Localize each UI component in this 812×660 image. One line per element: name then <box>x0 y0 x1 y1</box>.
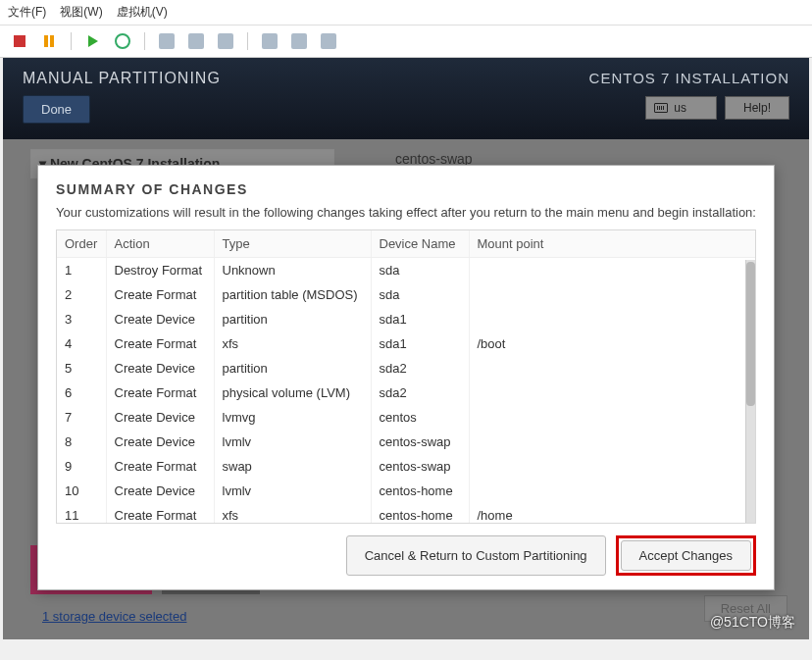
cell-mount <box>469 258 755 283</box>
cell-order: 11 <box>57 503 106 524</box>
table-scrollbar[interactable] <box>745 260 755 523</box>
product-title: CENTOS 7 INSTALLATION <box>589 70 789 86</box>
cell-device: centos <box>371 405 469 430</box>
snapshot-icon[interactable] <box>157 31 177 51</box>
changes-table: Order Action Type Device Name Mount poin… <box>57 230 755 524</box>
dialog-title: SUMMARY OF CHANGES <box>56 181 756 197</box>
keyboard-layout-label: us <box>674 101 686 115</box>
cell-mount: /boot <box>469 331 755 356</box>
cell-order: 5 <box>57 356 106 381</box>
cell-device: sda <box>371 258 469 283</box>
summary-of-changes-dialog: SUMMARY OF CHANGES Your customizations w… <box>37 165 775 590</box>
cell-type: lvmlv <box>214 479 371 503</box>
col-header-order[interactable]: Order <box>57 230 106 258</box>
cell-action: Create Device <box>106 356 214 381</box>
cell-type: xfs <box>214 503 371 524</box>
done-button[interactable]: Done <box>23 95 90 124</box>
refresh-icon[interactable] <box>113 31 132 51</box>
tool-icon[interactable] <box>289 31 309 51</box>
cell-action: Create Format <box>106 381 214 405</box>
cell-mount <box>469 479 755 503</box>
cell-order: 1 <box>57 258 106 283</box>
col-header-action[interactable]: Action <box>106 230 214 258</box>
cell-type: partition <box>214 307 371 331</box>
table-row[interactable]: 9Create Formatswapcentos-swap <box>57 454 755 479</box>
tool-icon[interactable] <box>186 31 206 51</box>
menu-file[interactable]: 文件(F) <box>8 4 46 21</box>
table-row[interactable]: 5Create Devicepartitionsda2 <box>57 356 755 381</box>
table-row[interactable]: 10Create Devicelvmlvcentos-home <box>57 479 755 503</box>
cell-device: sda1 <box>371 307 469 331</box>
help-button[interactable]: Help! <box>725 96 789 120</box>
cell-device: centos-swap <box>371 454 469 479</box>
separator <box>144 32 145 50</box>
cell-action: Destroy Format <box>106 258 214 283</box>
cell-device: sda1 <box>371 331 469 356</box>
menu-machine[interactable]: 虚拟机(V) <box>117 4 168 21</box>
table-row[interactable]: 1Destroy FormatUnknownsda <box>57 258 755 283</box>
table-row[interactable]: 7Create Devicelvmvgcentos <box>57 405 755 430</box>
play-icon[interactable] <box>83 31 103 51</box>
cell-order: 3 <box>57 307 106 331</box>
cell-order: 7 <box>57 405 106 430</box>
vm-toolbar <box>0 25 812 58</box>
tool-icon[interactable] <box>260 31 279 51</box>
stop-icon[interactable] <box>10 31 29 51</box>
cell-order: 2 <box>57 282 106 307</box>
cell-device: centos-home <box>371 479 469 503</box>
keyboard-icon <box>654 103 668 113</box>
tool-icon[interactable] <box>216 31 235 51</box>
cell-action: Create Device <box>106 430 214 454</box>
separator <box>247 32 248 50</box>
cell-order: 10 <box>57 479 106 503</box>
cell-type: partition <box>214 356 371 381</box>
installer-header: MANUAL PARTITIONING Done CENTOS 7 INSTAL… <box>3 58 809 139</box>
table-row[interactable]: 11Create Formatxfscentos-home/home <box>57 503 755 524</box>
cell-mount <box>469 282 755 307</box>
cell-mount <box>469 405 755 430</box>
pause-icon[interactable] <box>39 31 59 51</box>
cell-device: sda2 <box>371 356 469 381</box>
cell-type: lvmvg <box>214 405 371 430</box>
cell-type: lvmlv <box>214 430 371 454</box>
table-row[interactable]: 4Create Formatxfssda1/boot <box>57 331 755 356</box>
cell-order: 4 <box>57 331 106 356</box>
col-header-type[interactable]: Type <box>214 230 371 258</box>
tool-icon[interactable] <box>319 31 338 51</box>
col-header-device[interactable]: Device Name <box>371 230 469 258</box>
cell-type: physical volume (LVM) <box>214 381 371 405</box>
watermark: @51CTO博客 <box>710 614 795 632</box>
cell-type: Unknown <box>214 258 371 283</box>
cell-mount <box>469 454 755 479</box>
cell-device: sda2 <box>371 381 469 405</box>
changes-table-container: Order Action Type Device Name Mount poin… <box>56 229 756 524</box>
cell-type: xfs <box>214 331 371 356</box>
cell-action: Create Device <box>106 307 214 331</box>
keyboard-layout-selector[interactable]: us <box>645 96 717 120</box>
storage-devices-link[interactable]: 1 storage device selected <box>42 609 186 624</box>
cell-device: centos-home <box>371 503 469 524</box>
page-title: MANUAL PARTITIONING <box>23 70 221 87</box>
table-row[interactable]: 6Create Formatphysical volume (LVM)sda2 <box>57 381 755 405</box>
cell-action: Create Format <box>106 454 214 479</box>
cancel-button[interactable]: Cancel & Return to Custom Partitioning <box>346 535 606 576</box>
cell-mount <box>469 430 755 454</box>
cell-mount: /home <box>469 503 755 524</box>
table-row[interactable]: 2Create Formatpartition table (MSDOS)sda <box>57 282 755 307</box>
col-header-mount[interactable]: Mount point <box>469 230 755 258</box>
cell-order: 8 <box>57 430 106 454</box>
accept-highlight: Accept Changes <box>616 535 756 576</box>
cell-action: Create Format <box>106 331 214 356</box>
cell-mount <box>469 307 755 331</box>
cell-action: Create Device <box>106 479 214 503</box>
table-row[interactable]: 8Create Devicelvmlvcentos-swap <box>57 430 755 454</box>
cell-device: centos-swap <box>371 430 469 454</box>
cell-action: Create Format <box>106 503 214 524</box>
accept-changes-button[interactable]: Accept Changes <box>621 540 751 571</box>
menu-view[interactable]: 视图(W) <box>60 4 102 21</box>
cell-device: sda <box>371 282 469 307</box>
cell-order: 6 <box>57 381 106 405</box>
table-row[interactable]: 3Create Devicepartitionsda1 <box>57 307 755 331</box>
cell-type: partition table (MSDOS) <box>214 282 371 307</box>
cell-action: Create Device <box>106 405 214 430</box>
